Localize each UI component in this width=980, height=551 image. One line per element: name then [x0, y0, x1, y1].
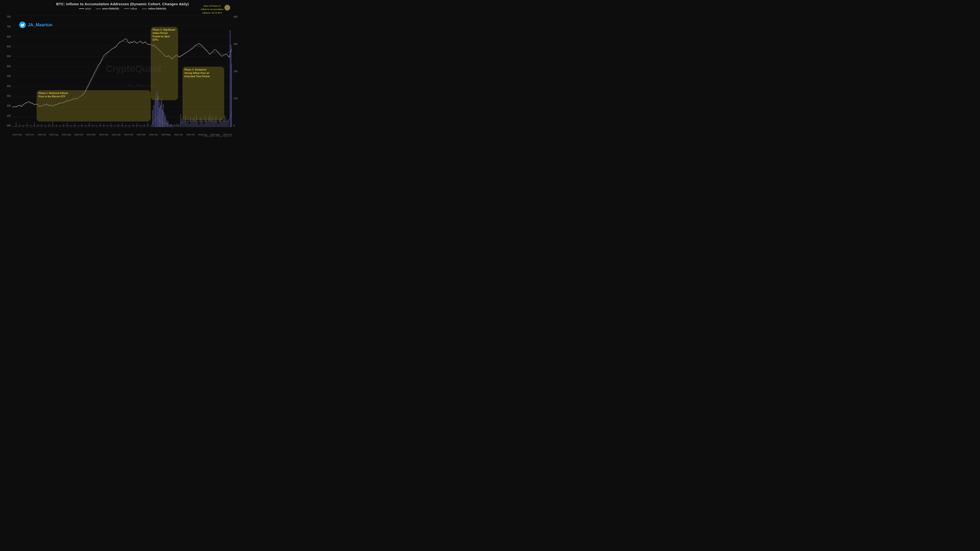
y-axis-left: 75K 70K 65K 60K 55K 50K 45K 40K 35K 30K …: [0, 16, 12, 127]
legend-inflow-sma: inflow SMA(30): [142, 7, 166, 10]
legend-price: price: [79, 7, 91, 10]
phase3-label: Phase 3: SustainedStrong Inflow Over anE…: [183, 67, 224, 79]
copyright: © CryptoQuant. All rights reserved: [202, 135, 231, 137]
phase3-box: Phase 3: SustainedStrong Inflow Over anE…: [183, 67, 224, 120]
chart-container: BTC: Inflows to Accumulation Addresses (…: [0, 0, 245, 138]
phase1-box: Phase 1: Reduced inflowsPrior to the Bit…: [37, 90, 151, 121]
legend-inflow-label: inflow: [130, 7, 137, 10]
chart-svg-area: Phase 1: Reduced inflowsPrior to the Bit…: [13, 16, 232, 127]
legend-inflow: inflow: [124, 7, 137, 10]
x-axis: 2023 May 2023 Jun 2023 Jul 2023 Aug 2023…: [13, 133, 232, 136]
legend-price-sma-label: price SMA(30): [102, 7, 119, 10]
legend-price-label: price: [86, 7, 91, 10]
phase2-box: Phase 2: SignificantInflow PeriodFueled …: [151, 27, 178, 100]
annotation-text: Start of Phase 4?Inflow to AccumulationA…: [201, 4, 223, 14]
phase2-label: Phase 2: SignificantInflow PeriodFueled …: [151, 27, 178, 43]
phase1-label: Phase 1: Reduced inflowsPrior to the Bit…: [37, 90, 151, 100]
y-axis-right: 48K 36K 24K 12K 0: [232, 16, 245, 127]
phase4-circle: [224, 5, 230, 11]
legend-price-sma: price SMA(30): [96, 7, 119, 10]
phase4-annotation: Start of Phase 4?Inflow to AccumulationA…: [201, 4, 230, 14]
legend-inflow-sma-label: inflow SMA(30): [148, 7, 166, 10]
